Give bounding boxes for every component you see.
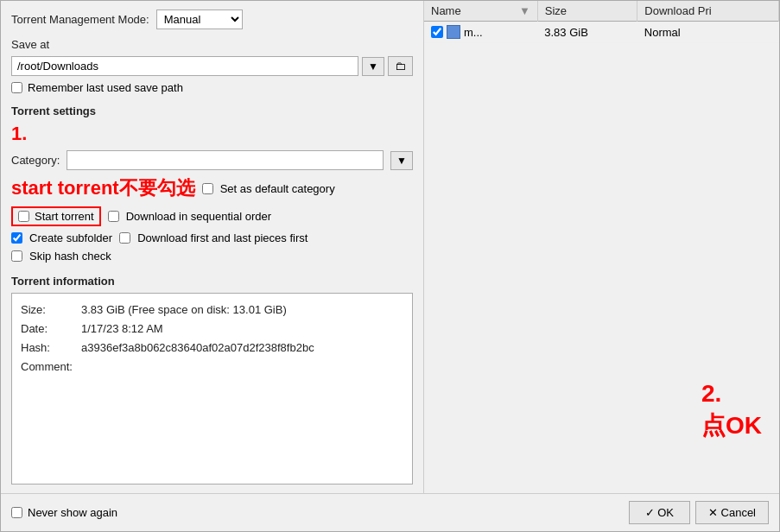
mode-select[interactable]: Manual (156, 10, 243, 29)
remember-checkbox[interactable] (11, 82, 22, 93)
skip-hash-checkbox[interactable] (11, 250, 22, 262)
annotation-text: start torrent不要勾选 (11, 175, 195, 201)
torrent-info-title: Torrent information (11, 275, 413, 288)
date-row: Date: 1/17/23 8:12 AM (21, 320, 403, 339)
first-last-label: Download first and last pieces first (137, 231, 308, 244)
left-panel: Torrent Management Mode: Manual Save at … (1, 1, 424, 493)
sequential-label: Download in sequential order (126, 210, 271, 223)
start-torrent-checkbox[interactable] (18, 211, 29, 222)
never-show-row: Never show again (11, 506, 117, 519)
category-dropdown-btn[interactable]: ▼ (390, 151, 413, 170)
mode-label: Torrent Management Mode: (11, 13, 149, 26)
hash-row: Hash: a3936ef3a8b062c83640af02a07d2f238f… (21, 339, 403, 358)
col-priority: Download Pri (637, 1, 779, 22)
date-label: Date: (21, 320, 81, 339)
hash-label: Hash: (21, 339, 81, 358)
cancel-button[interactable]: ✕ Cancel (695, 501, 769, 524)
file-priority-cell: Normal (637, 22, 779, 43)
never-show-checkbox[interactable] (11, 507, 22, 518)
torrent-info-box: Size: 3.83 GiB (Free space on disk: 13.0… (11, 293, 413, 484)
file-checkbox[interactable] (431, 26, 443, 38)
start-torrent-label: Start torrent (35, 210, 94, 223)
mode-row: Torrent Management Mode: Manual (11, 10, 413, 29)
dialog-body: Torrent Management Mode: Manual Save at … (1, 1, 779, 493)
annotation-row: start torrent不要勾选 Set as default categor… (11, 175, 413, 201)
start-torrent-row: Start torrent Download in sequential ord… (11, 206, 413, 226)
remember-row: Remember last used save path (11, 81, 413, 94)
size-row: Size: 3.83 GiB (Free space on disk: 13.0… (21, 301, 403, 320)
hash-value: a3936ef3a8b062c83640af02a07d2f238f8fb2bc (81, 339, 314, 358)
date-value: 1/17/23 8:12 AM (81, 320, 163, 339)
dialog: Torrent Management Mode: Manual Save at … (0, 0, 780, 532)
set-default-label: Set as default category (220, 182, 335, 195)
size-value: 3.83 GiB (Free space on disk: 13.01 GiB) (81, 301, 287, 320)
sequential-checkbox[interactable] (108, 211, 119, 222)
skip-hash-label: Skip hash check (29, 250, 111, 263)
file-icon (447, 25, 460, 39)
category-label: Category: (11, 154, 60, 167)
file-name: m... (464, 26, 483, 39)
path-input[interactable] (11, 56, 358, 76)
col-size: Size (537, 1, 637, 22)
table-row: m... 3.83 GiB Normal (424, 22, 779, 43)
save-at-label: Save at (11, 38, 413, 51)
category-row: Category: ▼ (11, 150, 413, 170)
ok-button[interactable]: ✓ OK (629, 501, 690, 524)
comment-row: Comment: (21, 358, 403, 377)
subfolder-label: Create subfolder (29, 231, 112, 244)
annotation2-block: 2. 点OK (701, 378, 762, 441)
subfolder-row: Create subfolder Download first and last… (11, 231, 413, 244)
subfolder-checkbox[interactable] (11, 232, 22, 244)
size-label: Size: (21, 301, 81, 320)
file-size-cell: 3.83 GiB (537, 22, 637, 43)
set-default-checkbox[interactable] (202, 183, 213, 194)
table-header-row: Name ▼ Size Download Pri (424, 1, 779, 22)
button-group: ✓ OK ✕ Cancel (629, 501, 769, 524)
step2-text: 点OK (701, 410, 762, 441)
path-dropdown-btn[interactable]: ▼ (362, 57, 384, 76)
col-name: Name ▼ (424, 1, 537, 22)
torrent-settings-title: Torrent settings (11, 104, 413, 117)
remember-label: Remember last used save path (28, 81, 183, 94)
category-input[interactable] (67, 150, 384, 170)
folder-btn[interactable]: 🗀 (388, 56, 413, 76)
start-torrent-box: Start torrent (11, 206, 101, 226)
file-table: Name ▼ Size Download Pri m... (424, 1, 779, 43)
right-panel: Name ▼ Size Download Pri m... (424, 1, 779, 493)
step1-annotation: 1. (11, 123, 27, 144)
skip-hash-row: Skip hash check (11, 250, 413, 263)
comment-label: Comment: (21, 358, 81, 377)
step2-number: 2. (701, 378, 762, 409)
path-row: ▼ 🗀 (11, 56, 413, 76)
file-name-cell: m... (424, 22, 537, 43)
bottom-bar: Never show again ✓ OK ✕ Cancel (1, 493, 779, 531)
never-show-label: Never show again (28, 506, 117, 519)
first-last-checkbox[interactable] (119, 232, 130, 244)
